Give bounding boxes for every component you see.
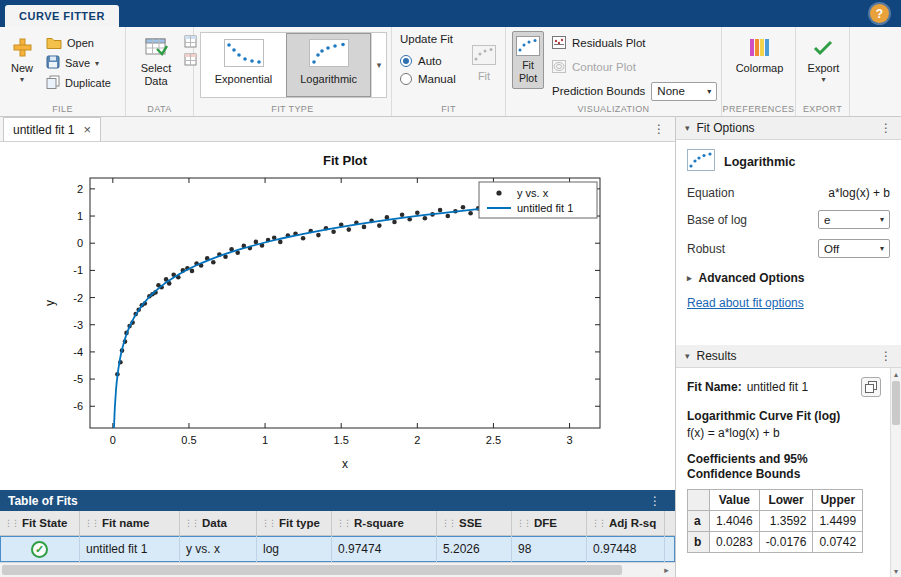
robust-caret-icon: ▾	[880, 244, 884, 253]
fit-options-body: Logarithmic Equation a*log(x) + b Base o…	[676, 140, 901, 345]
prediction-bounds-dropdown[interactable]: None ▾	[651, 82, 717, 101]
fit-plot-icon	[516, 36, 540, 59]
column-sse[interactable]: ⋮⋮SSE	[437, 511, 512, 535]
column-fit-name[interactable]: ⋮⋮Fit name	[80, 511, 180, 535]
tab-curve-fitter[interactable]: CURVE FITTER	[5, 5, 119, 27]
grip-icon: ⋮⋮	[261, 518, 275, 528]
open-button[interactable]: Open	[42, 33, 115, 53]
coefficient-row-b: b 0.0283 -0.0176 0.0742	[688, 532, 863, 553]
svg-text:1: 1	[262, 434, 268, 446]
table-of-fits-kebab-icon[interactable]: ⋮	[649, 494, 661, 508]
grip-icon: ⋮⋮	[336, 518, 350, 528]
horizontal-scrollbar-thumb[interactable]	[2, 565, 622, 575]
column-dfe[interactable]: ⋮⋮DFE	[512, 511, 587, 535]
copy-icon	[865, 381, 877, 393]
column-adj-r-sq[interactable]: ⋮⋮Adj R-sq	[587, 511, 665, 535]
prediction-bounds-label: Prediction Bounds	[552, 85, 645, 97]
table-row[interactable]: ✓ untitled fit 1 y vs. x log 0.97474 5.2…	[0, 536, 675, 562]
new-button[interactable]: New ▾	[6, 31, 38, 87]
grip-icon: ⋮⋮	[84, 518, 98, 528]
gallery-caret-icon: ▾	[377, 60, 382, 70]
select-data-icon	[144, 34, 168, 60]
auto-radio[interactable]: Auto	[400, 55, 465, 67]
column-r-square[interactable]: ⋮⋮R-square	[332, 511, 437, 535]
save-button[interactable]: Save ▾	[42, 53, 115, 73]
export-button[interactable]: Export ▾	[803, 31, 845, 87]
fit-type-gallery: Exponential Logarithmic ▾	[200, 32, 387, 98]
tabstrip-kebab-icon[interactable]: ⋮	[653, 122, 665, 136]
column-fit-type[interactable]: ⋮⋮Fit type	[257, 511, 332, 535]
manual-radio[interactable]: Manual	[400, 73, 465, 85]
ribbon-section-file: New ▾ Open Save ▾ Duplicate	[0, 27, 126, 116]
read-about-fit-options-link[interactable]: Read about fit options	[687, 296, 804, 310]
svg-text:x: x	[342, 457, 348, 471]
svg-text:0: 0	[77, 237, 83, 249]
document-tab[interactable]: untitled fit 1 ×	[3, 117, 101, 141]
select-data-button[interactable]: Select Data	[132, 31, 180, 90]
ribbon-section-data: Select Data DATA	[126, 27, 194, 116]
fit-name-value: untitled fit 1	[747, 380, 808, 394]
prediction-bounds-caret-icon: ▾	[707, 87, 711, 96]
colormap-button[interactable]: Colormap	[731, 31, 789, 78]
grip-icon: ⋮⋮	[516, 518, 530, 528]
vertical-scrollbar-thumb[interactable]	[892, 381, 900, 425]
fit-state-cell: ✓	[0, 536, 80, 562]
scroll-right-arrow-icon[interactable]: ▸	[660, 564, 673, 576]
help-icon: ?	[876, 7, 883, 21]
main-area: untitled fit 1 × ⋮ Fit Plot00.511.522.53…	[0, 117, 901, 577]
fit-type-gallery-arrow[interactable]: ▾	[371, 33, 386, 97]
fit-options-kebab-icon[interactable]: ⋮	[880, 121, 892, 135]
equation-label: Equation	[687, 186, 734, 200]
duplicate-button[interactable]: Duplicate	[42, 73, 115, 93]
scroll-up-arrow-icon[interactable]: ▴	[891, 368, 901, 380]
vertical-scrollbar[interactable]: ▴ ▾	[890, 368, 901, 577]
logarithmic-type-icon	[687, 149, 715, 174]
scroll-down-arrow-icon[interactable]: ▾	[891, 565, 901, 577]
new-caret-icon: ▾	[20, 76, 24, 84]
horizontal-scrollbar[interactable]: ▸	[0, 562, 675, 577]
svg-text:0: 0	[110, 434, 116, 446]
fit-type-logarithmic[interactable]: Logarithmic	[286, 33, 371, 97]
document-column: untitled fit 1 × ⋮ Fit Plot00.511.522.53…	[0, 117, 676, 577]
grip-icon: ⋮⋮	[441, 518, 455, 528]
exponential-curve-icon	[224, 39, 264, 70]
fit-formula: f(x) = a*log(x) + b	[687, 426, 881, 440]
svg-text:-4: -4	[73, 346, 83, 358]
base-of-log-dropdown[interactable]: e ▾	[818, 210, 890, 229]
copy-results-button[interactable]	[861, 377, 881, 397]
column-data[interactable]: ⋮⋮Data	[180, 511, 257, 535]
contour-plot-button[interactable]: Contour Plot	[552, 57, 717, 77]
section-label-visualization: VISUALIZATION	[506, 104, 721, 114]
residuals-plot-button[interactable]: Residuals Plot	[552, 33, 717, 53]
svg-text:y vs. x: y vs. x	[517, 187, 549, 199]
advanced-options-expander[interactable]: ▸ Advanced Options	[687, 271, 890, 285]
colormap-icon	[749, 34, 770, 60]
fit-button[interactable]: Fit	[467, 39, 501, 86]
fit-plot-toggle[interactable]: Fit Plot	[512, 31, 544, 89]
export-caret-icon: ▾	[821, 76, 825, 84]
help-button[interactable]: ?	[870, 4, 889, 23]
robust-dropdown[interactable]: Off ▾	[818, 239, 890, 258]
column-fit-state[interactable]: ⋮⋮Fit State	[0, 511, 80, 535]
r-square-cell: 0.97474	[332, 536, 437, 562]
fit-options-header[interactable]: ▾ Fit Options ⋮	[676, 117, 901, 140]
results-body: Fit Name: untitled fit 1 Logarithmic Cur…	[676, 368, 901, 577]
results-header[interactable]: ▾ Results ⋮	[676, 345, 901, 368]
grip-icon: ⋮⋮	[591, 518, 605, 528]
ribbon-section-visualization: Fit Plot Residuals Plot Contour Plot	[506, 27, 722, 116]
svg-text:-2: -2	[73, 292, 83, 304]
svg-text:untitled fit 1: untitled fit 1	[517, 202, 573, 214]
fit-title: Logarithmic Curve Fit (log)	[687, 409, 881, 423]
coefficients-heading: Coefficients and 95% Confidence Bounds	[687, 452, 857, 482]
auto-radio-circle	[400, 55, 412, 67]
prediction-bounds-row: Prediction Bounds None ▾	[552, 81, 717, 101]
fit-type-name: Logarithmic	[724, 155, 796, 169]
results-kebab-icon[interactable]: ⋮	[880, 349, 892, 363]
ribbon-section-export: Export ▾ EXPORT	[796, 27, 850, 116]
svg-text:y: y	[43, 300, 57, 306]
adj-r-sq-cell: 0.97448	[587, 536, 665, 562]
section-label-preferences: PREFERENCES	[722, 104, 795, 114]
collapse-caret-icon: ▾	[685, 123, 690, 133]
tab-close-icon[interactable]: ×	[83, 122, 91, 137]
fit-type-exponential[interactable]: Exponential	[201, 33, 286, 97]
